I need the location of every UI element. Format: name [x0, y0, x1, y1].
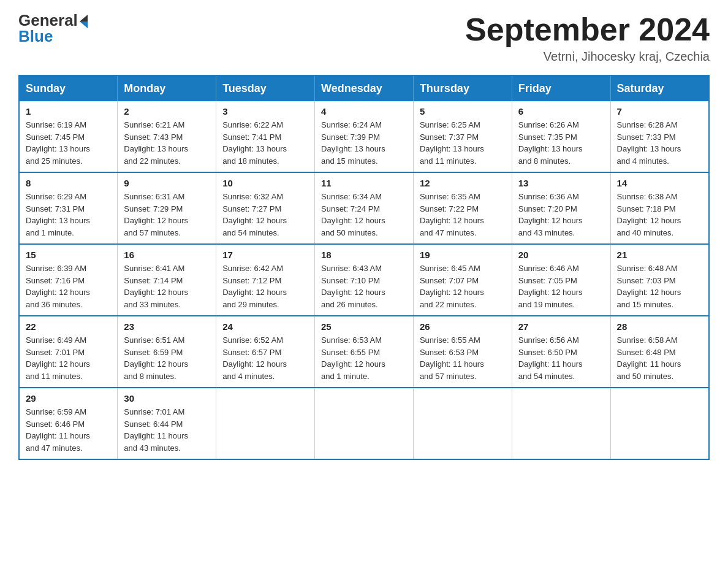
day-number: 3: [222, 106, 308, 117]
day-of-week-header: Friday: [512, 75, 610, 101]
day-info: Sunrise: 6:32 AM Sunset: 7:27 PM Dayligh…: [222, 191, 308, 239]
day-info: Sunrise: 6:48 AM Sunset: 7:03 PM Dayligh…: [617, 262, 702, 310]
day-info: Sunrise: 6:42 AM Sunset: 7:12 PM Dayligh…: [222, 262, 308, 310]
day-number: 8: [26, 178, 111, 188]
calendar-day-cell: [413, 388, 512, 459]
calendar-day-cell: 1Sunrise: 6:19 AM Sunset: 7:45 PM Daylig…: [19, 101, 118, 172]
calendar-day-cell: 3Sunrise: 6:22 AM Sunset: 7:41 PM Daylig…: [216, 101, 315, 172]
calendar-day-cell: 26Sunrise: 6:55 AM Sunset: 6:53 PM Dayli…: [413, 316, 512, 388]
day-number: 24: [222, 321, 308, 332]
calendar-day-cell: 25Sunrise: 6:53 AM Sunset: 6:55 PM Dayli…: [315, 316, 414, 388]
calendar-day-cell: 11Sunrise: 6:34 AM Sunset: 7:24 PM Dayli…: [315, 172, 414, 244]
calendar-day-cell: 28Sunrise: 6:58 AM Sunset: 6:48 PM Dayli…: [610, 316, 709, 388]
day-of-week-header: Sunday: [19, 75, 118, 101]
calendar-day-cell: 10Sunrise: 6:32 AM Sunset: 7:27 PM Dayli…: [216, 172, 315, 244]
day-number: 11: [321, 178, 407, 188]
day-info: Sunrise: 6:21 AM Sunset: 7:43 PM Dayligh…: [124, 119, 210, 167]
day-info: Sunrise: 6:24 AM Sunset: 7:39 PM Dayligh…: [321, 119, 407, 167]
day-info: Sunrise: 6:52 AM Sunset: 6:57 PM Dayligh…: [222, 334, 308, 382]
calendar-week-row: 29Sunrise: 6:59 AM Sunset: 6:46 PM Dayli…: [19, 388, 709, 459]
day-info: Sunrise: 6:53 AM Sunset: 6:55 PM Dayligh…: [321, 334, 407, 382]
day-number: 22: [26, 321, 111, 332]
day-number: 7: [617, 106, 702, 117]
day-number: 2: [124, 106, 210, 117]
calendar-day-cell: 13Sunrise: 6:36 AM Sunset: 7:20 PM Dayli…: [512, 172, 610, 244]
calendar-day-cell: [315, 388, 414, 459]
calendar-day-cell: [216, 388, 315, 459]
day-info: Sunrise: 7:01 AM Sunset: 6:44 PM Dayligh…: [124, 406, 210, 454]
day-info: Sunrise: 6:49 AM Sunset: 7:01 PM Dayligh…: [26, 334, 111, 382]
location-text: Vetrni, Jihocesky kraj, Czechia: [465, 50, 710, 64]
day-info: Sunrise: 6:56 AM Sunset: 6:50 PM Dayligh…: [518, 334, 604, 382]
day-of-week-header: Thursday: [413, 75, 512, 101]
day-info: Sunrise: 6:43 AM Sunset: 7:10 PM Dayligh…: [321, 262, 407, 310]
calendar-day-cell: 8Sunrise: 6:29 AM Sunset: 7:31 PM Daylig…: [19, 172, 118, 244]
day-info: Sunrise: 6:45 AM Sunset: 7:07 PM Dayligh…: [420, 262, 506, 310]
day-number: 20: [518, 250, 604, 260]
day-of-week-header: Wednesday: [315, 75, 414, 101]
calendar-day-cell: 2Sunrise: 6:21 AM Sunset: 7:43 PM Daylig…: [118, 101, 216, 172]
day-number: 5: [420, 106, 506, 117]
day-number: 13: [518, 178, 604, 188]
calendar-day-cell: 23Sunrise: 6:51 AM Sunset: 6:59 PM Dayli…: [118, 316, 216, 388]
calendar-day-cell: 27Sunrise: 6:56 AM Sunset: 6:50 PM Dayli…: [512, 316, 610, 388]
day-number: 9: [124, 178, 210, 188]
day-number: 23: [124, 321, 210, 332]
calendar-day-cell: 6Sunrise: 6:26 AM Sunset: 7:35 PM Daylig…: [512, 101, 610, 172]
calendar-day-cell: 9Sunrise: 6:31 AM Sunset: 7:29 PM Daylig…: [118, 172, 216, 244]
day-info: Sunrise: 6:28 AM Sunset: 7:33 PM Dayligh…: [617, 119, 702, 167]
calendar-day-cell: 14Sunrise: 6:38 AM Sunset: 7:18 PM Dayli…: [610, 172, 709, 244]
day-info: Sunrise: 6:59 AM Sunset: 6:46 PM Dayligh…: [26, 406, 111, 454]
page-header: General Blue September 2024 Vetrni, Jiho…: [18, 12, 710, 64]
calendar-week-row: 8Sunrise: 6:29 AM Sunset: 7:31 PM Daylig…: [19, 172, 709, 244]
day-info: Sunrise: 6:22 AM Sunset: 7:41 PM Dayligh…: [222, 119, 308, 167]
day-number: 10: [222, 178, 308, 188]
day-info: Sunrise: 6:34 AM Sunset: 7:24 PM Dayligh…: [321, 191, 407, 239]
calendar-day-cell: [610, 388, 709, 459]
day-number: 27: [518, 321, 604, 332]
calendar-day-cell: 19Sunrise: 6:45 AM Sunset: 7:07 PM Dayli…: [413, 244, 512, 316]
calendar-day-cell: 22Sunrise: 6:49 AM Sunset: 7:01 PM Dayli…: [19, 316, 118, 388]
calendar-week-row: 22Sunrise: 6:49 AM Sunset: 7:01 PM Dayli…: [19, 316, 709, 388]
calendar-day-cell: 29Sunrise: 6:59 AM Sunset: 6:46 PM Dayli…: [19, 388, 118, 459]
day-number: 12: [420, 178, 506, 188]
day-of-week-header: Tuesday: [216, 75, 315, 101]
calendar-week-row: 15Sunrise: 6:39 AM Sunset: 7:16 PM Dayli…: [19, 244, 709, 316]
logo: General Blue: [18, 12, 88, 44]
calendar-day-cell: 7Sunrise: 6:28 AM Sunset: 7:33 PM Daylig…: [610, 101, 709, 172]
calendar-day-cell: 16Sunrise: 6:41 AM Sunset: 7:14 PM Dayli…: [118, 244, 216, 316]
day-number: 6: [518, 106, 604, 117]
logo-blue-text: Blue: [18, 28, 88, 44]
day-info: Sunrise: 6:26 AM Sunset: 7:35 PM Dayligh…: [518, 119, 604, 167]
day-number: 28: [617, 321, 702, 332]
calendar-header-row: SundayMondayTuesdayWednesdayThursdayFrid…: [19, 75, 709, 101]
day-number: 17: [222, 250, 308, 260]
day-info: Sunrise: 6:39 AM Sunset: 7:16 PM Dayligh…: [26, 262, 111, 310]
day-info: Sunrise: 6:41 AM Sunset: 7:14 PM Dayligh…: [124, 262, 210, 310]
calendar-table: SundayMondayTuesdayWednesdayThursdayFrid…: [18, 75, 710, 460]
day-info: Sunrise: 6:31 AM Sunset: 7:29 PM Dayligh…: [124, 191, 210, 239]
calendar-day-cell: 5Sunrise: 6:25 AM Sunset: 7:37 PM Daylig…: [413, 101, 512, 172]
day-info: Sunrise: 6:55 AM Sunset: 6:53 PM Dayligh…: [420, 334, 506, 382]
day-number: 14: [617, 178, 702, 188]
calendar-day-cell: 24Sunrise: 6:52 AM Sunset: 6:57 PM Dayli…: [216, 316, 315, 388]
day-number: 16: [124, 250, 210, 260]
month-title: September 2024: [465, 12, 710, 47]
calendar-day-cell: 30Sunrise: 7:01 AM Sunset: 6:44 PM Dayli…: [118, 388, 216, 459]
day-number: 1: [26, 106, 111, 117]
day-number: 30: [124, 393, 210, 404]
day-of-week-header: Saturday: [610, 75, 709, 101]
day-number: 29: [26, 393, 111, 404]
day-info: Sunrise: 6:19 AM Sunset: 7:45 PM Dayligh…: [26, 119, 111, 167]
logo-general-text: General: [18, 12, 78, 28]
day-number: 26: [420, 321, 506, 332]
calendar-day-cell: [512, 388, 610, 459]
day-info: Sunrise: 6:36 AM Sunset: 7:20 PM Dayligh…: [518, 191, 604, 239]
day-number: 21: [617, 250, 702, 260]
day-info: Sunrise: 6:46 AM Sunset: 7:05 PM Dayligh…: [518, 262, 604, 310]
day-number: 25: [321, 321, 407, 332]
calendar-day-cell: 15Sunrise: 6:39 AM Sunset: 7:16 PM Dayli…: [19, 244, 118, 316]
calendar-day-cell: 20Sunrise: 6:46 AM Sunset: 7:05 PM Dayli…: [512, 244, 610, 316]
calendar-day-cell: 21Sunrise: 6:48 AM Sunset: 7:03 PM Dayli…: [610, 244, 709, 316]
day-info: Sunrise: 6:58 AM Sunset: 6:48 PM Dayligh…: [617, 334, 702, 382]
